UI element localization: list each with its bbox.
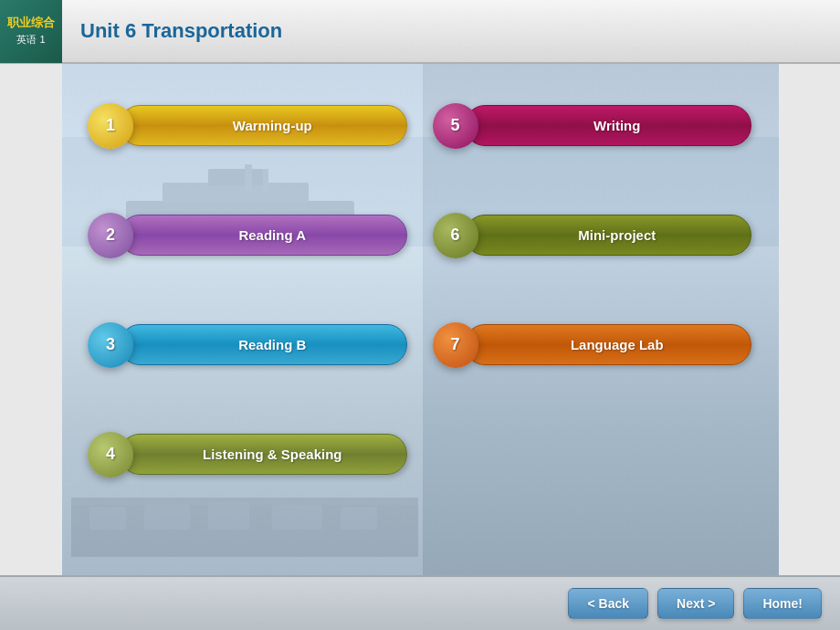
number-badge-5: 5 (433, 103, 478, 149)
menu-label-listening: Listening & Speaking (120, 434, 407, 475)
number-badge-3: 3 (88, 322, 133, 368)
back-button[interactable]: < Back (568, 588, 648, 619)
home-button[interactable]: Home! (743, 588, 822, 619)
menu-label-warmingup: Warming-up (120, 105, 407, 146)
page-title: Unit 6 Transportation (80, 19, 282, 43)
logo-sub: 英语 1 (16, 33, 45, 47)
menu-item-listening[interactable]: 4 Listening & Speaking (89, 429, 407, 479)
number-badge-4: 4 (88, 432, 133, 478)
next-button[interactable]: Next > (657, 588, 734, 619)
main-content: 1 Warming-up 2 Reading A 3 Reading B 4 L… (0, 64, 840, 575)
logo-main: 职业综合 (7, 16, 55, 31)
menu-label-readinga: Reading A (120, 215, 407, 256)
top-bar: 职业综合 英语 1 Unit 6 Transportation (0, 0, 840, 64)
menu-area: 1 Warming-up 2 Reading A 3 Reading B 4 L… (62, 64, 779, 548)
menu-item-languagelab[interactable]: 7 Language Lab (435, 320, 752, 370)
logo-box: 职业综合 英语 1 (0, 0, 62, 63)
menu-label-readingb: Reading B (120, 324, 407, 365)
menu-label-writing: Writing (465, 105, 752, 146)
menu-item-readingb[interactable]: 3 Reading B (89, 320, 407, 370)
number-badge-7: 7 (433, 322, 478, 368)
menu-item-miniproject[interactable]: 6 Mini-project (435, 210, 752, 260)
menu-item-warmingup[interactable]: 1 Warming-up (89, 100, 407, 151)
menu-label-languagelab: Language Lab (465, 324, 752, 365)
number-badge-2: 2 (88, 213, 133, 258)
menu-item-writing[interactable]: 5 Writing (435, 100, 752, 151)
menu-item-readinga[interactable]: 2 Reading A (89, 210, 407, 260)
number-badge-6: 6 (433, 213, 478, 258)
number-badge-1: 1 (88, 103, 133, 149)
bottom-bar: < Back Next > Home! (0, 575, 840, 630)
menu-label-miniproject: Mini-project (465, 215, 752, 256)
